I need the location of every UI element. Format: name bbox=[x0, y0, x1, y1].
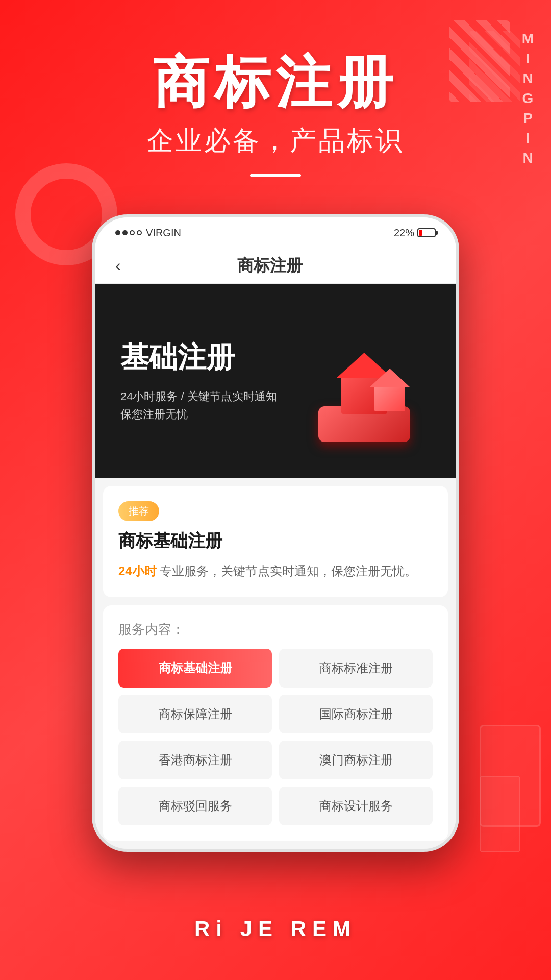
signal-dot-4 bbox=[137, 230, 142, 235]
service-btn-standard-registration[interactable]: 商标标准注册 bbox=[279, 649, 433, 688]
services-label: 服务内容： bbox=[118, 621, 433, 639]
nav-bar: ‹ 商标注册 bbox=[95, 248, 456, 284]
status-right: 22% bbox=[394, 227, 436, 239]
service-btn-rejection-service[interactable]: 商标驳回服务 bbox=[118, 787, 272, 825]
service-btn-hk-registration[interactable]: 香港商标注册 bbox=[118, 741, 272, 779]
phone-content: 基础注册 24小时服务 / 关键节点实时通知 保您注册无忧 bbox=[95, 284, 456, 849]
signal-icon bbox=[115, 230, 142, 235]
phone-notch bbox=[236, 225, 338, 240]
deco-rect-2 bbox=[480, 776, 520, 852]
nav-title: 商标注册 bbox=[237, 255, 303, 277]
service-label-0: 商标基础注册 bbox=[159, 661, 232, 675]
service-btn-design-service[interactable]: 商标设计服务 bbox=[279, 787, 433, 825]
card-title: 商标基础注册 bbox=[118, 529, 433, 553]
info-card: 推荐 商标基础注册 24小时 专业服务，关键节点实时通知，保您注册无忧。 bbox=[103, 486, 448, 597]
battery-percentage: 22% bbox=[394, 227, 414, 239]
service-btn-basic-registration[interactable]: 商标基础注册 bbox=[118, 649, 272, 688]
page-subtitle: 企业必备，产品标识 bbox=[0, 123, 551, 159]
service-label-7: 商标设计服务 bbox=[319, 799, 393, 813]
service-label-2: 商标保障注册 bbox=[159, 707, 232, 721]
battery-icon bbox=[417, 228, 436, 237]
services-card: 服务内容： 商标基础注册 商标标准注册 商标保障注册 国际商标注册 bbox=[103, 605, 448, 841]
card-tag: 推荐 bbox=[118, 501, 159, 521]
banner: 基础注册 24小时服务 / 关键节点实时通知 保您注册无忧 bbox=[95, 284, 456, 478]
banner-desc-line2: 保您注册无忧 bbox=[120, 405, 431, 423]
signal-dot-1 bbox=[115, 230, 120, 235]
service-label-1: 商标标准注册 bbox=[319, 661, 393, 675]
highlight-text: 24小时 bbox=[118, 564, 157, 578]
service-label-4: 香港商标注册 bbox=[159, 753, 232, 767]
status-bar: VIRGIN 22% bbox=[95, 217, 456, 248]
header-divider bbox=[250, 174, 301, 177]
service-label-5: 澳门商标注册 bbox=[319, 753, 393, 767]
services-grid: 商标基础注册 商标标准注册 商标保障注册 国际商标注册 香港商标注册 bbox=[118, 649, 433, 825]
bottom-text: Ri JE REM bbox=[194, 917, 357, 941]
signal-dot-2 bbox=[122, 230, 128, 235]
card-description: 24小时 专业服务，关键节点实时通知，保您注册无忧。 bbox=[118, 561, 433, 582]
page-title: 商标注册 bbox=[0, 51, 551, 113]
back-button[interactable]: ‹ bbox=[115, 256, 121, 275]
banner-text-area: 基础注册 24小时服务 / 关键节点实时通知 保您注册无忧 bbox=[95, 318, 456, 444]
phone-mockup: VIRGIN 22% ‹ 商标注册 基础注册 24小时服务 / 关键 bbox=[92, 214, 459, 852]
page-container: MINGPIN 商标注册 企业必备，产品标识 VIRGIN 22% bbox=[0, 0, 551, 980]
service-btn-protection-registration[interactable]: 商标保障注册 bbox=[118, 695, 272, 733]
desc-suffix: 专业服务，关键节点实时通知，保您注册无忧。 bbox=[160, 564, 417, 578]
service-btn-macau-registration[interactable]: 澳门商标注册 bbox=[279, 741, 433, 779]
status-left: VIRGIN bbox=[115, 227, 181, 239]
header-area: 商标注册 企业必备，产品标识 bbox=[0, 51, 551, 177]
banner-title: 基础注册 bbox=[120, 338, 431, 377]
carrier-name: VIRGIN bbox=[146, 227, 181, 239]
battery-fill bbox=[419, 230, 422, 236]
bottom-area: Ri JE REM bbox=[0, 878, 551, 980]
service-btn-international-registration[interactable]: 国际商标注册 bbox=[279, 695, 433, 733]
signal-dot-3 bbox=[130, 230, 135, 235]
service-label-3: 国际商标注册 bbox=[319, 707, 393, 721]
service-label-6: 商标驳回服务 bbox=[159, 799, 232, 813]
banner-desc-line1: 24小时服务 / 关键节点实时通知 bbox=[120, 387, 431, 405]
